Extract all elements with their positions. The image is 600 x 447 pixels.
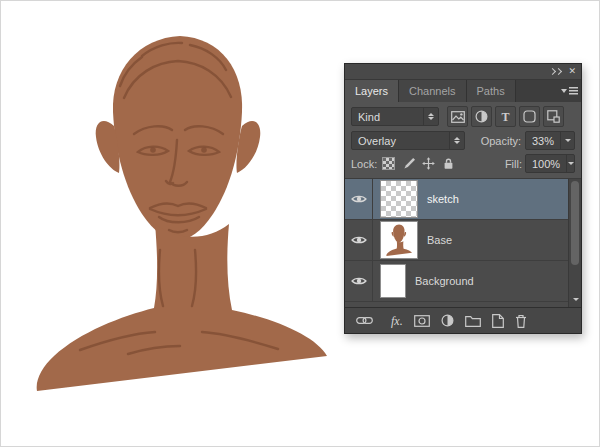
- delete-layer-icon[interactable]: [515, 314, 527, 328]
- fill-label: Fill:: [505, 158, 522, 170]
- eye-icon: [351, 235, 367, 245]
- smart-object-filter-icon[interactable]: [543, 106, 564, 127]
- dropdown-arrow-icon: [560, 132, 574, 149]
- eye-icon: [351, 276, 367, 286]
- panel-bottom-bar: fx.: [345, 307, 581, 333]
- collapse-to-icons-icon[interactable]: [550, 69, 561, 74]
- document-canvas-artwork[interactable]: [22, 18, 337, 403]
- lock-all-icon[interactable]: [440, 155, 457, 172]
- fill-value: 100%: [526, 158, 566, 170]
- opacity-value: 33%: [526, 135, 560, 147]
- scrollbar-thumb[interactable]: [571, 181, 579, 265]
- layer-row-background[interactable]: Background: [345, 261, 581, 302]
- close-icon[interactable]: ✕: [568, 67, 576, 76]
- layer-thumbnail[interactable]: [380, 180, 418, 218]
- menu-caret-icon: [561, 89, 567, 93]
- layer-thumbnail[interactable]: [380, 221, 418, 259]
- tab-channels[interactable]: Channels: [399, 80, 466, 102]
- layer-name: Base: [427, 234, 452, 246]
- layers-list: sketch Base Background: [345, 179, 581, 307]
- visibility-toggle[interactable]: [345, 179, 373, 219]
- blend-mode-value: Overlay: [352, 135, 449, 147]
- panel-titlebar: ✕: [345, 64, 581, 80]
- filter-kind-dropdown[interactable]: Kind: [351, 107, 439, 126]
- filter-kind-value: Kind: [352, 111, 423, 123]
- layers-panel: ✕ Layers Channels Paths Kind T: [344, 63, 582, 334]
- visibility-toggle[interactable]: [345, 220, 373, 260]
- dropdown-arrow-icon: [566, 155, 574, 172]
- opacity-label: Opacity:: [481, 135, 521, 147]
- lock-transparent-pixels-icon[interactable]: [380, 155, 397, 172]
- new-group-icon[interactable]: [465, 315, 481, 327]
- layer-name: sketch: [427, 193, 459, 205]
- tab-layers[interactable]: Layers: [345, 80, 399, 102]
- add-layer-mask-icon[interactable]: [414, 315, 430, 327]
- panel-tabs: Layers Channels Paths: [345, 80, 581, 102]
- layer-row-base[interactable]: Base: [345, 220, 581, 261]
- lock-position-icon[interactable]: [420, 155, 437, 172]
- blend-mode-dropdown[interactable]: Overlay: [351, 131, 465, 150]
- new-layer-icon[interactable]: [492, 314, 504, 328]
- scrollbar-down-arrow-icon[interactable]: [569, 294, 582, 305]
- lock-row: Lock: Fill: 100%: [345, 153, 581, 179]
- layers-scrollbar[interactable]: [568, 179, 581, 307]
- dropdown-arrows-icon: [449, 132, 464, 149]
- menu-bars-icon: [569, 87, 578, 95]
- filter-row: Kind T: [345, 102, 581, 129]
- layer-thumbnail[interactable]: [380, 264, 406, 298]
- eye-icon: [351, 194, 367, 204]
- layer-style-icon[interactable]: fx.: [391, 315, 403, 327]
- type-filter-icon[interactable]: T: [495, 106, 516, 127]
- layer-name: Background: [415, 275, 474, 287]
- lock-label: Lock:: [351, 158, 377, 170]
- fill-dropdown[interactable]: 100%: [525, 154, 575, 173]
- visibility-toggle[interactable]: [345, 261, 373, 301]
- pixel-filter-icon[interactable]: [447, 106, 468, 127]
- shape-filter-icon[interactable]: [519, 106, 540, 127]
- layer-row-sketch[interactable]: sketch: [345, 179, 581, 220]
- new-adjustment-layer-icon[interactable]: [441, 314, 454, 327]
- blend-row: Overlay Opacity: 33%: [345, 129, 581, 153]
- lock-image-pixels-icon[interactable]: [400, 155, 417, 172]
- link-layers-icon[interactable]: [356, 316, 373, 325]
- panel-menu-icon[interactable]: [557, 80, 581, 102]
- opacity-dropdown[interactable]: 33%: [525, 131, 575, 150]
- dropdown-arrows-icon: [423, 108, 438, 125]
- tab-paths[interactable]: Paths: [467, 80, 516, 102]
- photoshop-workspace: { "canvas": { "skin_color": "#a2694a", "…: [0, 0, 600, 447]
- adjustment-filter-icon[interactable]: [471, 106, 492, 127]
